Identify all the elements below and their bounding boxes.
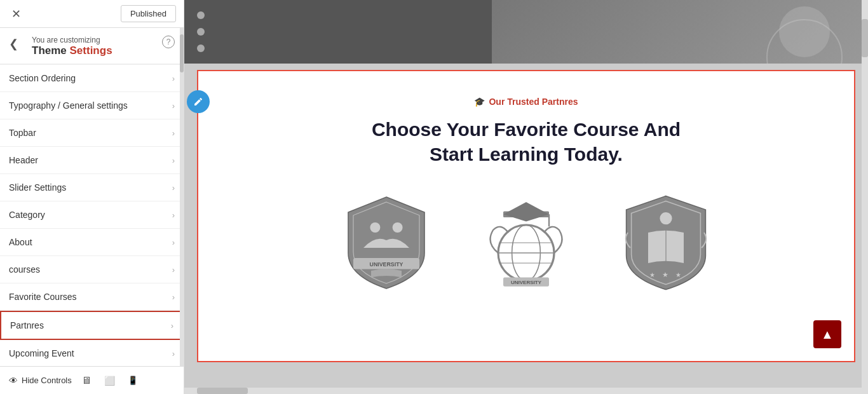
menu-item-label: Section Ordering xyxy=(9,73,76,83)
top-bar: ✕ Published xyxy=(0,0,184,28)
scroll-top-icon: ▲ xyxy=(821,327,834,342)
logos-row: UNIVERSITY xyxy=(236,192,816,294)
chevron-icon: › xyxy=(172,210,175,220)
published-label: Published xyxy=(130,9,166,18)
chevron-icon: › xyxy=(172,349,175,358)
menu-item-about[interactable]: About › xyxy=(0,229,184,256)
menu-item-partnres[interactable]: Partnres › xyxy=(0,311,184,340)
vertical-scrollbar[interactable] xyxy=(862,0,868,394)
bottom-bar: 👁 Hide Controls 🖥 ⬜ 📱 xyxy=(0,366,184,394)
chevron-icon: › xyxy=(172,183,175,193)
menu-item-label: Partnres xyxy=(10,320,44,330)
menu-item-label: Upcoming Event xyxy=(9,348,74,358)
theme-settings-title: Theme Settings xyxy=(32,44,175,57)
customizing-label: You are customizing xyxy=(32,36,175,44)
hero-image xyxy=(492,0,868,64)
menu-item-label: About xyxy=(9,237,32,247)
menu-list: Section Ordering › Typography / General … xyxy=(0,64,184,366)
menu-item-label: Topbar xyxy=(9,128,36,138)
svg-point-1 xyxy=(393,222,403,233)
settings-word: Settings xyxy=(70,44,112,57)
menu-item-label: Typography / General settings xyxy=(9,100,128,111)
svg-marker-5 xyxy=(503,202,549,221)
menu-item-typography[interactable]: Typography / General settings › xyxy=(0,92,184,119)
chevron-icon: › xyxy=(172,238,175,247)
preview-area: 🎓 Our Trusted Partnres Choose Your Favor… xyxy=(184,0,868,394)
partners-content: 🎓 Our Trusted Partnres Choose Your Favor… xyxy=(198,71,854,325)
menu-item-courses[interactable]: courses › xyxy=(0,256,184,283)
hide-controls-button[interactable]: 👁 Hide Controls xyxy=(9,376,72,386)
chevron-icon: › xyxy=(172,292,175,302)
graduation-icon: 🎓 xyxy=(474,97,485,107)
svg-point-14 xyxy=(660,212,672,224)
menu-item-label: Favorite Courses xyxy=(9,292,77,302)
menu-item-topbar[interactable]: Topbar › xyxy=(0,119,184,147)
back-button[interactable]: ❮ xyxy=(9,37,18,51)
horizontal-scrollbar[interactable] xyxy=(184,388,868,394)
svg-point-0 xyxy=(370,222,380,233)
close-icon: ✕ xyxy=(11,8,21,20)
partners-section-box: 🎓 Our Trusted Partnres Choose Your Favor… xyxy=(197,70,855,362)
mobile-icon-button[interactable]: 📱 xyxy=(125,374,141,386)
customizing-section: ❮ You are customizing Theme Settings ? xyxy=(0,28,184,64)
tablet-icon-button[interactable]: ⬜ xyxy=(101,374,118,387)
scroll-indicator xyxy=(180,28,184,366)
menu-item-slider[interactable]: Slider Settings › xyxy=(0,174,184,201)
h-scrollbar-thumb[interactable] xyxy=(197,388,248,394)
dots-indicator xyxy=(197,0,205,64)
hero-band xyxy=(184,0,868,64)
partners-heading: Choose Your Favorite Course And Start Le… xyxy=(236,117,816,166)
svg-text:★: ★ xyxy=(649,271,655,278)
eye-icon: 👁 xyxy=(9,376,18,386)
help-icon[interactable]: ? xyxy=(162,36,175,48)
svg-text:UNIVERSITY: UNIVERSITY xyxy=(511,280,542,285)
menu-item-label: Header xyxy=(9,155,38,165)
scroll-top-button[interactable]: ▲ xyxy=(813,320,841,348)
chevron-icon: › xyxy=(172,128,175,138)
menu-item-section-ordering[interactable]: Section Ordering › xyxy=(0,65,184,92)
menu-item-label: Slider Settings xyxy=(9,182,66,193)
chevron-icon: › xyxy=(172,74,175,83)
chevron-icon: › xyxy=(172,101,175,111)
university-logo-2: UNIVERSITY xyxy=(475,192,577,294)
university-logo-3: ★ ★ ★ xyxy=(615,192,717,294)
menu-item-label: courses xyxy=(9,264,40,275)
chevron-icon: › xyxy=(172,265,175,275)
chevron-icon: › xyxy=(172,156,175,165)
svg-text:★: ★ xyxy=(675,271,681,278)
v-scrollbar-thumb[interactable] xyxy=(862,19,868,57)
menu-item-upcoming-event[interactable]: Upcoming Event › xyxy=(0,340,184,366)
hide-controls-label: Hide Controls xyxy=(22,376,72,385)
menu-item-category[interactable]: Category › xyxy=(0,201,184,229)
back-icon: ❮ xyxy=(9,37,18,50)
menu-item-favorite-courses[interactable]: Favorite Courses › xyxy=(0,283,184,311)
menu-item-header[interactable]: Header › xyxy=(0,147,184,174)
menu-item-label: Category xyxy=(9,210,45,220)
chevron-icon: › xyxy=(171,321,173,330)
partners-tag: 🎓 Our Trusted Partnres xyxy=(236,97,816,107)
edit-circle-button[interactable] xyxy=(187,90,210,113)
university-logo-1: UNIVERSITY xyxy=(336,192,437,294)
published-button[interactable]: Published xyxy=(121,5,176,22)
theme-word: Theme xyxy=(32,44,67,57)
svg-text:UNIVERSITY: UNIVERSITY xyxy=(370,261,403,268)
left-panel: ✕ Published ❮ You are customizing Theme … xyxy=(0,0,184,394)
desktop-icon-button[interactable]: 🖥 xyxy=(78,374,95,388)
scroll-thumb[interactable] xyxy=(180,34,184,72)
close-button[interactable]: ✕ xyxy=(8,6,25,22)
svg-text:★: ★ xyxy=(662,271,668,278)
